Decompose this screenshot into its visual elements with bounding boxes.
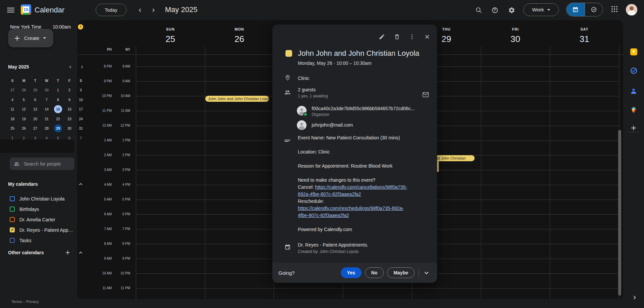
mini-calendar-day[interactable]: 20 <box>30 114 41 124</box>
mini-calendar-day[interactable]: 14 <box>41 104 52 114</box>
mini-calendar-day[interactable]: 9 <box>64 95 75 105</box>
mini-calendar-day[interactable]: 5 <box>18 95 30 105</box>
add-other-calendar-icon[interactable] <box>64 249 71 256</box>
attendee-row-guest[interactable]: johnjohn@mail.com <box>297 120 353 130</box>
mini-calendar-day[interactable]: 27 <box>7 85 18 95</box>
calendar-view-toggle[interactable] <box>567 3 585 16</box>
day-number[interactable]: 26 <box>234 34 244 44</box>
mini-calendar-day[interactable]: 15 <box>52 104 64 114</box>
calendar-list-item[interactable]: Birthdays <box>0 204 77 214</box>
help-icon[interactable]: ? <box>490 5 499 15</box>
tasks-icon[interactable] <box>630 67 638 75</box>
keep-icon[interactable] <box>630 48 638 56</box>
calendar-list-item[interactable]: Dr. Amelia Carter <box>0 214 77 225</box>
account-avatar[interactable] <box>626 4 637 15</box>
mini-calendar-day[interactable]: 28 <box>41 124 52 133</box>
rsvp-more-options-icon[interactable] <box>421 267 432 278</box>
tasks-view-toggle[interactable] <box>585 3 603 16</box>
get-add-ons-icon[interactable] <box>630 124 638 132</box>
hide-side-panel-icon[interactable] <box>631 294 639 302</box>
event-chip-monday[interactable]: John John and John Christian Loyola <box>205 96 269 102</box>
next-week-icon[interactable] <box>149 6 157 14</box>
mini-calendar-day[interactable]: 10 <box>75 95 87 105</box>
rsvp-maybe-button[interactable]: Maybe <box>387 267 415 278</box>
settings-gear-icon[interactable] <box>507 5 516 15</box>
search-icon[interactable] <box>474 5 483 15</box>
mini-calendar-day[interactable]: 6 <box>30 95 41 105</box>
terms-privacy-links[interactable]: Terms – Privacy <box>11 300 39 304</box>
mini-calendar-day[interactable]: 7 <box>41 95 52 105</box>
mini-calendar-day[interactable]: 12 <box>18 104 30 114</box>
calendar-checkbox[interactable] <box>10 217 15 222</box>
mini-calendar-day[interactable]: 27 <box>30 124 41 133</box>
day-number[interactable]: 25 <box>165 34 175 44</box>
calendar-checkbox[interactable] <box>10 227 15 232</box>
mini-calendar-day[interactable]: 7 <box>75 133 87 143</box>
day-header[interactable]: SUN 25 <box>136 20 205 46</box>
calendar-list-item[interactable]: Dr. Reyes - Patient Appointments. <box>0 225 77 235</box>
maps-icon[interactable] <box>630 106 638 114</box>
mini-calendar-day[interactable]: 22 <box>52 114 64 124</box>
mini-calendar-day[interactable]: 21 <box>41 114 52 124</box>
day-header[interactable]: MON 26 <box>205 20 274 46</box>
mini-calendar-day[interactable]: 4 <box>7 95 18 105</box>
more-options-icon[interactable] <box>407 31 417 42</box>
calendar-checkbox[interactable] <box>10 207 15 212</box>
calendar-list-item[interactable]: Tasks <box>0 235 77 246</box>
rsvp-no-button[interactable]: No <box>365 267 384 278</box>
hour-label-ny: 3 PM <box>77 168 130 172</box>
mini-calendar-day[interactable]: 3 <box>75 85 87 95</box>
attendee-row-organizer[interactable]: f00ca40c2a3de7b9d55c986bb584657b72cd06c.… <box>297 106 415 117</box>
email-guests-icon[interactable] <box>421 90 430 99</box>
day-number[interactable]: 31 <box>580 34 589 44</box>
close-icon[interactable] <box>422 31 432 42</box>
mini-calendar-day[interactable]: 30 <box>64 124 75 133</box>
mini-calendar-day[interactable]: 19 <box>18 114 30 124</box>
reschedule-link[interactable]: https://calendly.com/reschedulings/98f0a… <box>298 206 404 218</box>
create-button[interactable]: Create <box>8 29 53 47</box>
calendar-list-item[interactable]: John Christian Loyola <box>0 193 77 204</box>
collapse-my-calendars-icon[interactable] <box>77 180 84 188</box>
mini-calendar-day[interactable]: 24 <box>75 114 87 124</box>
edit-event-icon[interactable] <box>376 31 387 42</box>
mini-calendar-day[interactable]: 29 <box>30 85 41 95</box>
mini-calendar-day[interactable]: 26 <box>18 124 30 133</box>
today-button[interactable]: Today <box>96 4 126 16</box>
day-header[interactable]: FRI 30 <box>481 20 550 46</box>
mini-calendar-day[interactable]: 16 <box>64 104 75 114</box>
calendar-logo-icon[interactable]: 15 <box>21 4 31 15</box>
mini-calendar-day[interactable]: 18 <box>7 114 18 124</box>
mini-calendar-day[interactable]: 11 <box>7 104 18 114</box>
vertical-scrollbar[interactable] <box>618 130 621 296</box>
contacts-icon[interactable] <box>630 87 638 95</box>
mini-calendar-day[interactable]: 2 <box>64 85 75 95</box>
delete-event-icon[interactable] <box>391 31 402 42</box>
day-number[interactable]: 29 <box>441 34 451 44</box>
main-menu-icon[interactable] <box>7 6 14 14</box>
collapse-other-calendars-icon[interactable] <box>77 249 84 256</box>
search-for-people-input[interactable]: Search for people <box>10 158 74 170</box>
mini-calendar-day[interactable]: 23 <box>64 114 75 124</box>
app-title: Calendar <box>35 6 64 14</box>
day-number[interactable]: 30 <box>511 34 520 44</box>
mini-calendar-day[interactable]: 8 <box>52 95 64 105</box>
mini-calendar-day[interactable]: 17 <box>75 104 87 114</box>
mini-calendar-day[interactable]: 31 <box>75 124 87 133</box>
day-header[interactable]: SAT 31 <box>550 20 619 46</box>
google-apps-icon[interactable] <box>611 6 618 12</box>
mini-calendar-day[interactable]: 1 <box>52 85 64 95</box>
previous-week-icon[interactable] <box>136 6 144 14</box>
mini-calendar-prev-icon[interactable] <box>66 63 74 71</box>
view-selector-dropdown[interactable]: Week <box>523 3 559 16</box>
mini-calendar-day[interactable]: 28 <box>18 85 30 95</box>
mini-calendar-day[interactable]: 13 <box>30 104 41 114</box>
mini-calendar-next-icon[interactable] <box>78 63 86 71</box>
calendar-checkbox[interactable] <box>10 196 15 201</box>
mini-calendar-day[interactable]: 30 <box>41 85 52 95</box>
calendar-checkbox[interactable] <box>10 238 15 243</box>
mini-calendar-day[interactable]: 25 <box>7 124 18 133</box>
hour-row[interactable]: 11 AM 11 PM <box>77 288 623 299</box>
rsvp-yes-button[interactable]: Yes <box>341 267 362 278</box>
event-chip-partially-hidden[interactable] <box>437 161 439 172</box>
mini-calendar-day[interactable]: 29 <box>52 124 64 133</box>
